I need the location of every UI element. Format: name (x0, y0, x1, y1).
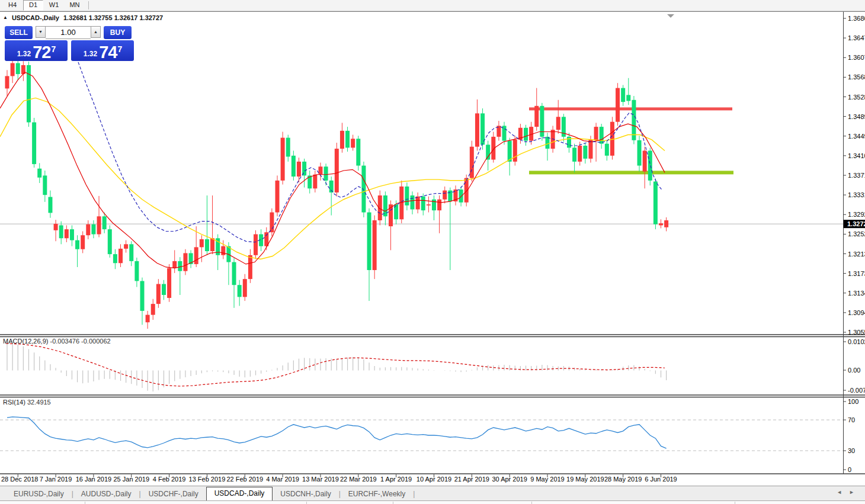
collapse-triangle-icon[interactable]: ▲ (3, 15, 8, 20)
status-pane-divider (735, 502, 735, 504)
chart-shift-marker-icon (667, 14, 674, 18)
svg-text:19 May 2019: 19 May 2019 (566, 476, 604, 483)
svg-text:1.31340: 1.31340 (848, 290, 865, 297)
svg-text:16 Jan 2019: 16 Jan 2019 (76, 476, 112, 483)
support-line (529, 171, 733, 174)
svg-text:1.30550: 1.30550 (848, 329, 865, 336)
lot-size-input[interactable]: 1.00 (46, 26, 91, 39)
svg-text:1.35280: 1.35280 (848, 94, 865, 101)
lot-decrease-button[interactable]: ▼ (36, 26, 46, 38)
chart-tab-usdcnh-daily[interactable]: USDCNH-,Daily (273, 488, 338, 500)
chart-tab-audusd-daily[interactable]: AUDUSD-,Daily (73, 488, 139, 500)
svg-text:0: 0 (848, 466, 851, 473)
sell-price-pip: 7 (51, 44, 56, 54)
buy-price-big: 74 (99, 44, 117, 60)
svg-text:1.33310: 1.33310 (848, 191, 865, 198)
lot-increase-button[interactable]: ▲ (91, 26, 101, 38)
svg-text:1.30940: 1.30940 (848, 309, 865, 316)
macd-pane: 0.0102290.00-0.007477 (7, 338, 865, 394)
ma-fast-red (0, 72, 665, 268)
svg-text:1.36470: 1.36470 (848, 34, 865, 41)
svg-text:30: 30 (848, 447, 855, 454)
tab-scroll-arrows[interactable]: ◄► (837, 489, 861, 495)
macd-label: MACD(12,26,9) -0.003476 -0.000062 (3, 338, 111, 345)
one-click-trading-panel: SELL ▼ 1.00 ▲ BUY 1.32727 1.32747 (5, 26, 134, 61)
svg-text:28 Dec 2018: 28 Dec 2018 (1, 476, 38, 483)
svg-text:1.32130: 1.32130 (848, 251, 865, 258)
candles-layer (5, 57, 669, 329)
chart-tab-eurchf-weekly[interactable]: EURCHF-,Weekly (341, 488, 413, 500)
chart-canvas[interactable]: 1.368601.364701.360701.356801.352801.348… (0, 0, 865, 504)
svg-text:1.33710: 1.33710 (848, 172, 865, 179)
resistance-line (529, 107, 732, 110)
tab-scroll-left-icon: ◄ (837, 489, 849, 495)
chart-tab-usdchf-daily[interactable]: USDCHF-,Daily (141, 488, 206, 500)
sell-price-big: 72 (33, 44, 50, 60)
svg-text:1.35680: 1.35680 (848, 73, 865, 81)
status-pane-divider (306, 502, 307, 504)
buy-price-prefix: 1.32 (84, 50, 97, 58)
svg-text:0.00: 0.00 (848, 367, 860, 374)
svg-text:30 Apr 2019: 30 Apr 2019 (492, 476, 527, 483)
buy-button[interactable]: BUY (104, 26, 132, 39)
svg-text:1.36860: 1.36860 (848, 15, 865, 22)
macd-signal-line (6, 344, 665, 386)
svg-text:1.34890: 1.34890 (848, 113, 865, 120)
svg-text:1.36070: 1.36070 (848, 54, 865, 61)
svg-text:10 Apr 2019: 10 Apr 2019 (417, 476, 451, 483)
buy-price-pip: 7 (117, 44, 122, 54)
chart-tab-usdcad-daily[interactable]: USDCAD-,Daily (206, 487, 273, 500)
svg-text:21 Apr 2019: 21 Apr 2019 (454, 476, 489, 483)
svg-text:100: 100 (848, 398, 858, 405)
chart-tab-bar: EURUSD-,Daily|AUDUSD-,Daily|USDCHF-,Dail… (0, 486, 865, 500)
svg-text:0.010229: 0.010229 (848, 338, 865, 345)
mt4-terminal: H4D1W1MN 1.368601.364701.360701.356801.3… (0, 0, 865, 504)
rsi-line (7, 417, 667, 448)
svg-text:1.34490: 1.34490 (848, 133, 865, 140)
sell-price-tile[interactable]: 1.32727 (5, 40, 68, 61)
chart-title: ▲ USDCAD-,Daily 1.32681 1.32755 1.32617 … (3, 14, 163, 21)
svg-text:1.32920: 1.32920 (848, 211, 865, 218)
status-pane-divider (85, 502, 85, 504)
svg-text:6 Jun 2019: 6 Jun 2019 (645, 476, 677, 483)
chart-frame (0, 12, 865, 474)
date-axis[interactable]: 28 Dec 20187 Jan 201916 Jan 201925 Jan 2… (1, 474, 677, 483)
sell-price-prefix: 1.32 (17, 50, 31, 58)
svg-text:7 Jan 2019: 7 Jan 2019 (40, 476, 72, 483)
svg-text:4 Mar 2019: 4 Mar 2019 (266, 476, 299, 483)
svg-text:25 Jan 2019: 25 Jan 2019 (113, 476, 149, 483)
svg-text:22 Feb 2019: 22 Feb 2019 (226, 476, 263, 483)
svg-text:-0.007477: -0.007477 (848, 387, 865, 394)
svg-text:9 May 2019: 9 May 2019 (530, 476, 564, 483)
svg-text:13 Mar 2019: 13 Mar 2019 (302, 476, 339, 483)
tab-scroll-right-icon: ► (849, 489, 861, 495)
status-pane-divider (531, 502, 532, 504)
svg-text:1.32520: 1.32520 (848, 230, 865, 237)
svg-text:22 Mar 2019: 22 Mar 2019 (340, 476, 377, 483)
sell-button[interactable]: SELL (5, 26, 33, 39)
rsi-label: RSI(14) 32.4915 (3, 399, 51, 406)
svg-text:70: 70 (848, 416, 855, 423)
tab-separator: | (413, 490, 415, 500)
svg-text:1 Apr 2019: 1 Apr 2019 (380, 476, 412, 483)
current-price-tag: 1.32727 (847, 220, 865, 227)
svg-text:13 Feb 2019: 13 Feb 2019 (189, 476, 226, 483)
svg-text:28 May 2019: 28 May 2019 (604, 476, 642, 483)
status-pane-divider (393, 502, 393, 504)
svg-text:1.34100: 1.34100 (848, 152, 865, 159)
chart-symbol-label: USDCAD-,Daily (12, 14, 59, 21)
chart-ohlc-values: 1.32681 1.32755 1.32617 1.32727 (63, 14, 163, 21)
svg-text:4 Feb 2019: 4 Feb 2019 (153, 476, 186, 483)
svg-text:1.31730: 1.31730 (848, 270, 865, 277)
buy-price-tile[interactable]: 1.32747 (71, 40, 134, 61)
price-scale[interactable]: 1.368601.364701.360701.356801.352801.348… (844, 15, 865, 336)
chart-tab-eurusd-daily[interactable]: EURUSD-,Daily (6, 488, 72, 500)
status-strip (0, 500, 865, 504)
